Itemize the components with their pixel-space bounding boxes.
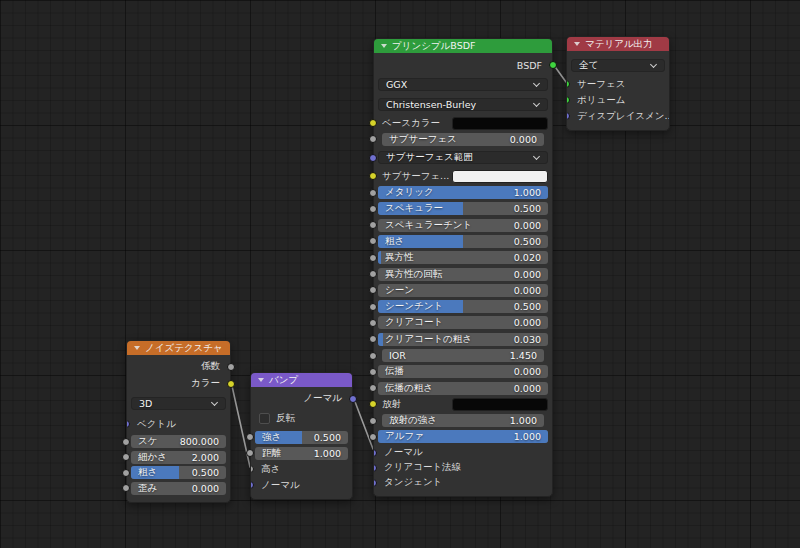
node-body-principled-bsdf: BSDFGGXChristensen-Burleyベースカラーサブサーフェス0.… <box>374 53 552 496</box>
subsurface-color-socket[interactable] <box>369 172 377 180</box>
node-bump[interactable]: バンプノーマル反転強さ0.500距離1.000高さノーマル <box>250 372 353 500</box>
tangent-input-socket[interactable] <box>374 479 377 487</box>
normal-output-socket[interactable] <box>349 395 357 403</box>
roughness-socket[interactable] <box>122 469 130 477</box>
sheen-tint-socket[interactable] <box>369 303 377 311</box>
normal-input-socket[interactable] <box>251 481 254 489</box>
node-title: プリンシプルBSDF <box>392 40 476 53</box>
emission-strength-socket[interactable] <box>369 417 377 425</box>
subsurface-radius-dropdown[interactable]: サブサーフェス範囲 <box>378 151 548 164</box>
anisotropic-socket[interactable] <box>369 254 377 262</box>
collapse-icon[interactable] <box>258 378 264 382</box>
row-subsurface: サブサーフェス0.000 <box>374 131 552 147</box>
sheen-tint-slider[interactable]: シーンチント0.500 <box>378 300 548 313</box>
clearcoat-normal-input-socket[interactable] <box>374 464 377 472</box>
subsurface-slider[interactable]: サブサーフェス0.000 <box>382 133 544 146</box>
node-header-principled-bsdf[interactable]: プリンシプルBSDF <box>374 39 552 53</box>
emission-socket[interactable] <box>369 400 377 408</box>
row-bsdf-output: BSDF <box>374 56 552 74</box>
distance-slider[interactable]: 距離1.000 <box>255 447 348 460</box>
row-roughness: 粗さ0.500 <box>374 233 552 249</box>
scale-slider[interactable]: スケ800.000 <box>131 435 226 448</box>
anisotropic-rotation-socket[interactable] <box>369 270 377 278</box>
scale-socket[interactable] <box>122 438 130 446</box>
transmission-socket[interactable] <box>369 368 377 376</box>
subsurface-method-dropdown[interactable]: Christensen-Burley <box>378 98 548 111</box>
dimensions-dropdown[interactable]: 3D <box>131 397 226 410</box>
fac-output-label: 係数 <box>201 360 220 373</box>
collapse-icon[interactable] <box>381 44 387 48</box>
ior-slider[interactable]: IOR1.450 <box>382 349 544 362</box>
distortion-socket[interactable] <box>122 484 130 492</box>
metallic-socket[interactable] <box>369 189 377 197</box>
node-header-noise-texture[interactable]: ノイズテクスチャ <box>127 341 230 355</box>
sheen-slider[interactable]: シーン0.000 <box>378 284 548 297</box>
strength-socket[interactable] <box>246 433 254 441</box>
surface-input-socket[interactable] <box>567 80 570 88</box>
detail-socket[interactable] <box>122 453 130 461</box>
emission-strength-slider[interactable]: 放射の強さ1.000 <box>382 414 544 427</box>
volume-input-socket[interactable] <box>567 96 570 104</box>
roughness-socket[interactable] <box>369 237 377 245</box>
row-normal-input: ノーマル <box>374 445 552 460</box>
color-output-socket[interactable] <box>227 380 235 388</box>
base-color-swatch[interactable] <box>452 117 548 130</box>
bsdf-output-socket[interactable] <box>549 61 557 69</box>
anisotropic-slider[interactable]: 異方性0.020 <box>378 251 548 264</box>
specular-tint-slider[interactable]: スペキュラーチント0.000 <box>378 219 548 232</box>
transmission-roughness-slider[interactable]: 伝播の粗さ0.000 <box>378 382 548 395</box>
vector-input-socket[interactable] <box>127 420 130 428</box>
emission-strength-value: 1.000 <box>510 415 537 426</box>
clearcoat-slider[interactable]: クリアコート0.000 <box>378 316 548 329</box>
subsurface-socket[interactable] <box>369 135 377 143</box>
row-transmission-roughness: 伝播の粗さ0.000 <box>374 380 552 396</box>
node-editor-canvas[interactable]: ノイズテクスチャ係数カラー3Dベクトルスケ800.000細かさ2.000粗さ0.… <box>0 0 800 548</box>
subsurface-color-swatch[interactable] <box>452 170 548 183</box>
roughness-value: 0.500 <box>514 236 541 247</box>
sheen-label: シーン <box>385 284 514 297</box>
base-color-label: ベースカラー <box>382 117 452 130</box>
specular-tint-socket[interactable] <box>369 221 377 229</box>
sheen-socket[interactable] <box>369 286 377 294</box>
alpha-socket[interactable] <box>369 433 377 441</box>
collapse-icon[interactable] <box>574 42 580 46</box>
target-dropdown[interactable]: 全て <box>571 59 665 72</box>
subsurface-radius-dropdown-socket[interactable] <box>369 154 377 162</box>
node-header-bump[interactable]: バンプ <box>251 373 352 387</box>
anisotropic-rotation-slider[interactable]: 異方性の回転0.000 <box>378 268 548 281</box>
anisotropic-value: 0.020 <box>514 252 541 263</box>
metallic-slider[interactable]: メタリック1.000 <box>378 186 548 199</box>
base-color-socket[interactable] <box>369 119 377 127</box>
node-principled-bsdf[interactable]: プリンシプルBSDFBSDFGGXChristensen-Burleyベースカラ… <box>373 38 553 497</box>
transmission-roughness-socket[interactable] <box>369 384 377 392</box>
height-input-socket[interactable] <box>251 465 254 473</box>
distance-socket[interactable] <box>246 449 254 457</box>
clearcoat-socket[interactable] <box>369 319 377 327</box>
detail-slider[interactable]: 細かさ2.000 <box>131 451 226 464</box>
chevron-down-icon <box>650 60 657 67</box>
node-material-output[interactable]: マテリアル出力全てサーフェスボリュームディスプレイスメン... <box>566 36 670 131</box>
invert-checkbox[interactable] <box>259 413 270 424</box>
node-noise-texture[interactable]: ノイズテクスチャ係数カラー3Dベクトルスケ800.000細かさ2.000粗さ0.… <box>126 340 231 503</box>
strength-slider[interactable]: 強さ0.500 <box>255 431 348 444</box>
distribution-dropdown-value: GGX <box>386 79 534 90</box>
alpha-slider[interactable]: アルファ1.000 <box>378 430 548 443</box>
row-strength: 強さ0.500 <box>251 429 352 445</box>
roughness-slider[interactable]: 粗さ0.500 <box>131 466 226 479</box>
clearcoat-roughness-slider[interactable]: クリアコートの粗さ0.030 <box>378 333 548 346</box>
volume-input-label: ボリューム <box>577 94 625 107</box>
specular-slider[interactable]: スペキュラー0.500 <box>378 202 548 215</box>
transmission-slider[interactable]: 伝播0.000 <box>378 365 548 378</box>
emission-swatch[interactable] <box>452 398 548 411</box>
roughness-slider[interactable]: 粗さ0.500 <box>378 235 548 248</box>
normal-input-socket[interactable] <box>374 449 377 457</box>
specular-socket[interactable] <box>369 205 377 213</box>
distribution-dropdown[interactable]: GGX <box>378 78 548 91</box>
node-header-material-output[interactable]: マテリアル出力 <box>567 37 669 51</box>
ior-socket[interactable] <box>369 352 377 360</box>
displacement-input-socket[interactable] <box>567 112 570 120</box>
distortion-slider[interactable]: 歪み0.000 <box>131 482 226 495</box>
collapse-icon[interactable] <box>134 346 140 350</box>
clearcoat-roughness-socket[interactable] <box>369 335 377 343</box>
fac-output-socket[interactable] <box>227 363 235 371</box>
